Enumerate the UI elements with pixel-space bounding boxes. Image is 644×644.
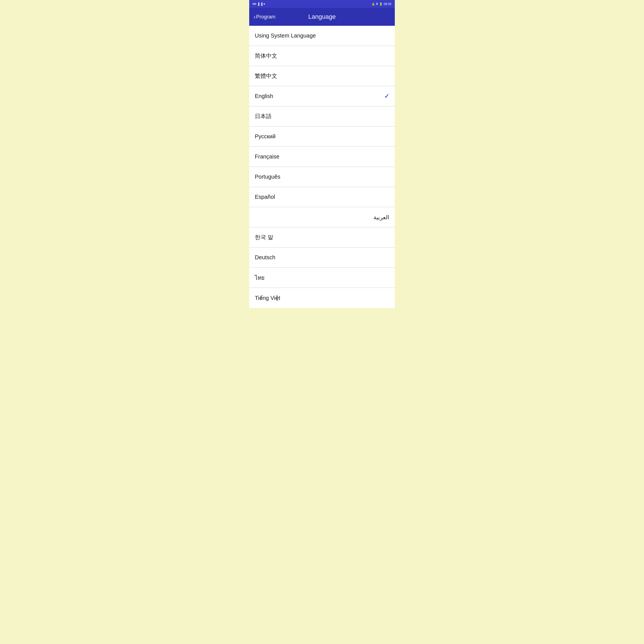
language-item-ko[interactable]: 한국 말 bbox=[249, 227, 395, 248]
phone-container: HD ▐ ▐ ▾ 🔒 ⧗ 🔋 09:45 ‹ Program Language … bbox=[249, 0, 395, 308]
hd-icon: HD bbox=[253, 3, 256, 5]
secure-icon: 🔒 bbox=[372, 3, 375, 6]
language-name-ru: Русский bbox=[255, 133, 276, 140]
language-item-vi[interactable]: Tiếng Việt bbox=[249, 288, 395, 308]
language-item-es[interactable]: Español bbox=[249, 187, 395, 207]
signal1-icon: ▐ bbox=[257, 3, 259, 6]
battery-icon: 🔋 bbox=[379, 3, 382, 6]
language-item-en[interactable]: English✓ bbox=[249, 86, 395, 106]
nav-bar: ‹ Program Language bbox=[249, 8, 395, 26]
wifi-icon: ▾ bbox=[263, 2, 265, 6]
language-name-zh-hans: 简体中文 bbox=[255, 52, 277, 60]
language-name-ko: 한국 말 bbox=[255, 234, 273, 241]
language-name-es: Español bbox=[255, 194, 275, 200]
language-name-vi: Tiếng Việt bbox=[255, 295, 280, 301]
language-item-th[interactable]: ไทย bbox=[249, 268, 395, 288]
language-item-ru[interactable]: Русский bbox=[249, 127, 395, 147]
language-item-zh-hans[interactable]: 简体中文 bbox=[249, 46, 395, 66]
status-bar-right: 🔒 ⧗ 🔋 09:45 bbox=[372, 2, 391, 6]
back-button[interactable]: ‹ Program bbox=[254, 14, 276, 20]
status-bar-left: HD ▐ ▐ ▾ bbox=[253, 2, 265, 6]
language-list: Using System Language简体中文繁體中文English✓日本語… bbox=[249, 26, 395, 308]
language-item-pt[interactable]: Português bbox=[249, 167, 395, 187]
language-item-zh-hant[interactable]: 繁體中文 bbox=[249, 66, 395, 86]
status-bar: HD ▐ ▐ ▾ 🔒 ⧗ 🔋 09:45 bbox=[249, 0, 395, 8]
language-item-fr[interactable]: Française bbox=[249, 147, 395, 167]
language-item-system[interactable]: Using System Language bbox=[249, 26, 395, 46]
language-name-system: Using System Language bbox=[255, 32, 316, 39]
language-item-ja[interactable]: 日本語 bbox=[249, 106, 395, 127]
back-chevron-icon: ‹ bbox=[254, 14, 256, 20]
back-label: Program bbox=[256, 14, 276, 20]
language-item-ar[interactable]: العربية bbox=[249, 207, 395, 227]
page-title: Language bbox=[308, 13, 336, 20]
language-name-th: ไทย bbox=[255, 273, 265, 282]
time-display: 09:45 bbox=[384, 2, 391, 6]
signal2-icon: ▐ bbox=[260, 3, 262, 6]
language-name-ar: العربية bbox=[255, 214, 389, 221]
language-name-de: Deutsch bbox=[255, 254, 275, 261]
language-item-de[interactable]: Deutsch bbox=[249, 248, 395, 268]
language-name-fr: Française bbox=[255, 153, 279, 160]
language-name-en: English bbox=[255, 93, 273, 99]
language-name-pt: Português bbox=[255, 174, 280, 180]
clock-icon: ⧗ bbox=[376, 2, 378, 6]
selected-checkmark-icon: ✓ bbox=[384, 93, 389, 100]
language-name-zh-hant: 繁體中文 bbox=[255, 72, 277, 80]
language-name-ja: 日本語 bbox=[255, 113, 272, 120]
